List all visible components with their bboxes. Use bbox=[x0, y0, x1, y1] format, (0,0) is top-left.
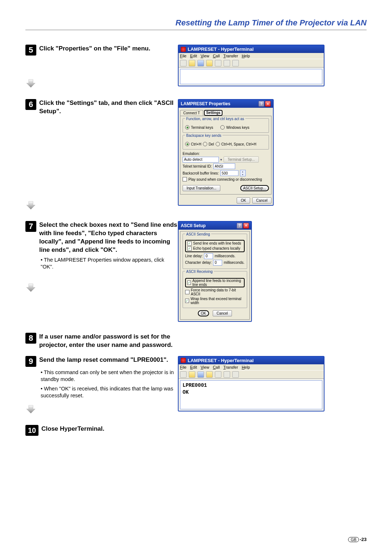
new-icon[interactable] bbox=[180, 60, 187, 66]
menu-call[interactable]: Call bbox=[213, 54, 220, 58]
cancel-button[interactable]: Cancel bbox=[252, 197, 271, 204]
ok-button[interactable]: OK bbox=[198, 310, 209, 316]
menu-file[interactable]: File bbox=[180, 365, 187, 369]
app-icon bbox=[181, 47, 186, 52]
chk-force-7bit[interactable] bbox=[185, 290, 189, 294]
step-9: 9 Send the lamp reset command "LPRE0001"… bbox=[25, 356, 367, 414]
help-icon[interactable]: ? bbox=[237, 223, 242, 229]
step-8: 8 If a user name and/or password is set … bbox=[25, 333, 367, 349]
step-text: Close HyperTerminal. bbox=[41, 425, 105, 433]
window-title: LAMPRESET - HyperTerminal bbox=[188, 46, 254, 52]
close-icon[interactable]: × bbox=[243, 223, 249, 229]
properties-dialog: LAMPRESET Properties ?× Connect T Settin… bbox=[178, 99, 274, 206]
send-icon[interactable] bbox=[215, 371, 221, 378]
new-icon[interactable] bbox=[180, 371, 187, 378]
page-number: -23 bbox=[360, 537, 367, 542]
backscroll-label: Backscroll buffer lines: bbox=[183, 171, 219, 175]
open-icon[interactable] bbox=[189, 60, 195, 66]
step-text: Click the "Settings" tab, and then click… bbox=[39, 99, 178, 116]
radio-del[interactable] bbox=[203, 142, 207, 146]
radio-windows-keys[interactable] bbox=[220, 125, 225, 130]
radio-ctrlhspace[interactable] bbox=[216, 142, 220, 146]
send-icon[interactable] bbox=[215, 60, 221, 66]
ok-button[interactable]: OK bbox=[237, 197, 250, 204]
chk-wrap-lines[interactable] bbox=[185, 299, 189, 303]
chk-echo-locally[interactable] bbox=[187, 246, 192, 251]
menu-transfer[interactable]: Transfer bbox=[223, 365, 238, 369]
step-subtext: • When "OK" is received, this indicates … bbox=[41, 385, 178, 400]
terminal-setup-button: Terminal Setup... bbox=[224, 156, 259, 163]
menu-view[interactable]: View bbox=[201, 54, 209, 58]
menu-help[interactable]: Help bbox=[242, 365, 250, 369]
connect-icon[interactable] bbox=[197, 371, 204, 378]
properties-icon[interactable] bbox=[232, 60, 239, 66]
hyperterminal-window: LAMPRESET - HyperTerminal File Edit View… bbox=[178, 45, 324, 86]
close-icon[interactable]: × bbox=[265, 101, 271, 107]
menu-transfer[interactable]: Transfer bbox=[223, 54, 238, 58]
radio-terminal-keys[interactable] bbox=[185, 125, 189, 130]
step-text: Send the lamp reset command "LPRE0001". bbox=[39, 356, 168, 364]
menubar[interactable]: File Edit View Call Transfer Help bbox=[179, 53, 324, 59]
group-label: ASCII Sending bbox=[185, 232, 211, 236]
open-icon[interactable] bbox=[189, 371, 195, 378]
arrow-down-icon bbox=[26, 200, 36, 210]
menubar[interactable]: File Edit View Call Transfer Help bbox=[179, 364, 324, 370]
step-number: 8 bbox=[25, 333, 36, 344]
chk-send-line-ends[interactable] bbox=[187, 241, 192, 246]
step-text: Select the check boxes next to "Send lin… bbox=[39, 221, 178, 254]
radio-ctrlh[interactable] bbox=[185, 142, 189, 146]
receive-icon[interactable] bbox=[224, 60, 230, 66]
char-delay-input[interactable] bbox=[213, 260, 222, 266]
step-number: 6 bbox=[25, 99, 36, 110]
step-7: 7 Select the check boxes next to "Send l… bbox=[25, 221, 367, 322]
dialog-title: LAMPRESET Properties bbox=[181, 101, 230, 106]
tab-connect[interactable]: Connect T bbox=[180, 110, 203, 116]
arrow-down-icon bbox=[26, 282, 36, 292]
disconnect-icon[interactable] bbox=[206, 60, 213, 66]
disconnect-icon[interactable] bbox=[206, 371, 213, 378]
menu-file[interactable]: File bbox=[180, 54, 187, 58]
step-number: 5 bbox=[25, 45, 36, 56]
spinner[interactable]: ▴▾ bbox=[240, 170, 246, 176]
menu-help[interactable]: Help bbox=[242, 54, 250, 58]
chk-append-lf[interactable] bbox=[187, 280, 191, 285]
hyperterminal-window: LAMPRESET - HyperTerminal File Edit View… bbox=[178, 356, 324, 411]
input-translation-button[interactable]: Input Translation... bbox=[183, 185, 220, 191]
step-number: 9 bbox=[25, 356, 36, 367]
telnet-id-input[interactable] bbox=[213, 163, 235, 169]
terminal-line: OK bbox=[183, 389, 320, 396]
step-5: 5 Click "Properties" on the "File" menu.… bbox=[25, 45, 367, 88]
arrow-down-icon bbox=[26, 404, 36, 414]
document-page: Resetting the Lamp Timer of the Projecto… bbox=[0, 0, 392, 553]
playsound-checkbox[interactable] bbox=[183, 177, 187, 181]
ascii-setup-button[interactable]: ASCII Setup... bbox=[240, 185, 269, 191]
menu-call[interactable]: Call bbox=[213, 365, 220, 369]
page-title: Resetting the Lamp Timer of the Projecto… bbox=[25, 18, 367, 30]
step-text: Click "Properties" on the "File" menu. bbox=[39, 45, 150, 53]
properties-icon[interactable] bbox=[232, 371, 239, 378]
backscroll-input[interactable] bbox=[220, 170, 238, 176]
menu-view[interactable]: View bbox=[201, 365, 209, 369]
terminal-area[interactable]: LPRE0001 OK bbox=[180, 380, 322, 409]
group-label: Function, arrow, and ctrl keys act as bbox=[185, 117, 245, 121]
group-label: ASCII Receiving bbox=[185, 270, 214, 274]
help-icon[interactable]: ? bbox=[258, 101, 264, 107]
line-delay-input[interactable] bbox=[204, 253, 213, 259]
connect-icon[interactable] bbox=[197, 60, 204, 66]
telnet-id-label: Telnet terminal ID: bbox=[183, 164, 212, 168]
step-text: If a user name and/or password is set fo… bbox=[39, 333, 178, 349]
menu-edit[interactable]: Edit bbox=[190, 54, 197, 58]
receive-icon[interactable] bbox=[224, 371, 230, 378]
ascii-setup-dialog: ASCII Setup ?× ASCII Sending Send line e… bbox=[178, 221, 252, 322]
cancel-button[interactable]: Cancel bbox=[213, 310, 232, 316]
terminal-area[interactable] bbox=[180, 69, 322, 84]
step-number: 7 bbox=[25, 221, 36, 232]
toolbar bbox=[179, 370, 324, 379]
step-subtext: • The LAMPRESET Properties window appear… bbox=[41, 257, 178, 271]
window-title: LAMPRESET - HyperTerminal bbox=[188, 358, 254, 363]
menu-edit[interactable]: Edit bbox=[190, 365, 197, 369]
tab-settings[interactable]: Settings bbox=[204, 110, 222, 116]
emulation-select[interactable] bbox=[183, 157, 219, 163]
arrow-down-icon bbox=[26, 78, 36, 88]
step-6: 6 Click the "Settings" tab, and then cli… bbox=[25, 99, 367, 210]
